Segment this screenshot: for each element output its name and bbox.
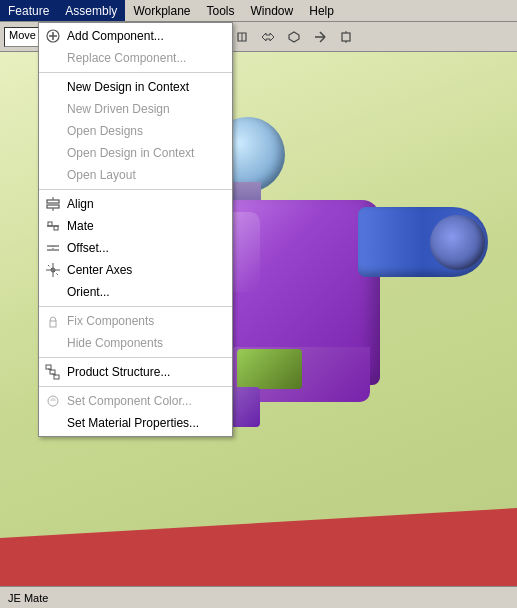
mech-green-panel: [237, 349, 302, 389]
menu-assembly[interactable]: Assembly: [57, 0, 125, 21]
svg-rect-12: [342, 33, 350, 41]
toolbar-btn-7[interactable]: [230, 25, 254, 49]
svg-rect-40: [54, 375, 59, 379]
svg-rect-24: [47, 205, 59, 208]
menu-item-align[interactable]: Align: [39, 193, 232, 215]
toolbar-btn-9[interactable]: [282, 25, 306, 49]
menu-item-add-component[interactable]: Add Component...: [39, 25, 232, 47]
menu-item-open-designs[interactable]: Open Designs: [39, 120, 232, 142]
svg-rect-29: [54, 226, 58, 230]
menu-item-replace-component[interactable]: Replace Component...: [39, 47, 232, 69]
menu-item-set-component-color[interactable]: Set Component Color...: [39, 390, 232, 412]
svg-rect-28: [48, 222, 52, 226]
menu-item-open-design-context[interactable]: Open Design in Context: [39, 142, 232, 164]
menubar: Feature Assembly Workplane Tools Window …: [0, 0, 517, 22]
menu-item-offset[interactable]: Offset...: [39, 237, 232, 259]
menu-window[interactable]: Window: [243, 0, 302, 21]
mate-icon: [43, 216, 63, 236]
color-icon: [43, 391, 63, 411]
menu-sep-2: [39, 189, 232, 190]
align-icon: [43, 194, 63, 214]
menu-item-center-axes[interactable]: Center Axes: [39, 259, 232, 281]
svg-rect-23: [47, 200, 59, 203]
menu-sep-3: [39, 306, 232, 307]
menu-sep-5: [39, 386, 232, 387]
menu-item-open-layout[interactable]: Open Layout: [39, 164, 232, 186]
toolbar-btn-10[interactable]: [308, 25, 332, 49]
menu-item-set-material-properties[interactable]: Set Material Properties...: [39, 412, 232, 434]
svg-rect-39: [50, 370, 55, 374]
menu-item-product-structure[interactable]: Product Structure...: [39, 361, 232, 383]
menu-item-new-driven-design[interactable]: New Driven Design: [39, 98, 232, 120]
menu-help[interactable]: Help: [301, 0, 342, 21]
svg-rect-37: [50, 321, 56, 327]
offset-icon: [43, 238, 63, 258]
toolbar-btn-8[interactable]: [256, 25, 280, 49]
toolbar-btn-11[interactable]: [334, 25, 358, 49]
assembly-dropdown-menu: Add Component... Replace Component... Ne…: [38, 22, 233, 437]
svg-rect-38: [46, 365, 51, 369]
menu-item-orient[interactable]: Orient...: [39, 281, 232, 303]
menu-item-new-design-context[interactable]: New Design in Context: [39, 76, 232, 98]
status-bar: JE Mate: [0, 586, 517, 608]
menu-sep-4: [39, 357, 232, 358]
mech-arm-cap: [430, 215, 485, 270]
menu-sep-1: [39, 72, 232, 73]
status-text: JE Mate: [8, 592, 48, 604]
product-structure-icon: [43, 362, 63, 382]
add-component-icon: [43, 26, 63, 46]
menu-item-fix-components[interactable]: Fix Components: [39, 310, 232, 332]
center-axes-icon: [43, 260, 63, 280]
menu-feature[interactable]: Feature: [0, 0, 57, 21]
menu-item-hide-components[interactable]: Hide Components: [39, 332, 232, 354]
menu-workplane[interactable]: Workplane: [125, 0, 198, 21]
fix-icon: [43, 311, 63, 331]
menu-item-mate[interactable]: Mate: [39, 215, 232, 237]
menu-tools[interactable]: Tools: [199, 0, 243, 21]
